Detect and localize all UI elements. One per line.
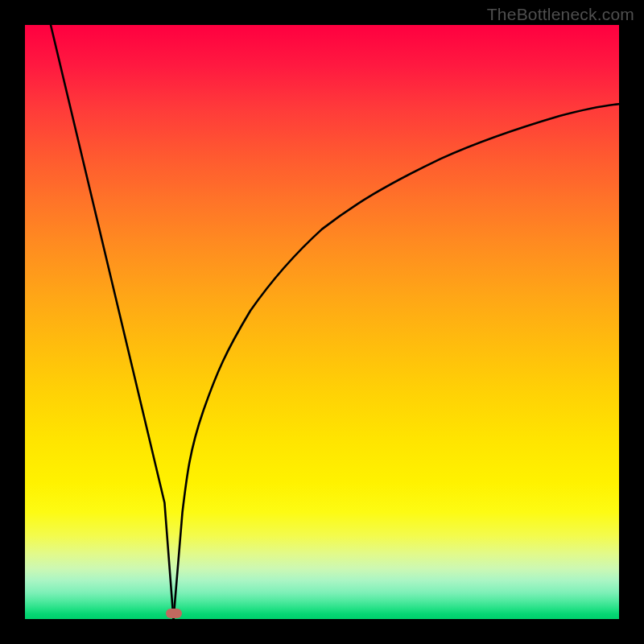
curve-right-branch (174, 104, 620, 619)
bottleneck-curve (25, 25, 619, 619)
watermark-text: TheBottleneck.com (487, 5, 634, 24)
curve-left-branch (51, 25, 174, 619)
plot-area (25, 25, 619, 619)
chart-frame: TheBottleneck.com (0, 0, 644, 644)
minimum-marker (166, 609, 182, 618)
